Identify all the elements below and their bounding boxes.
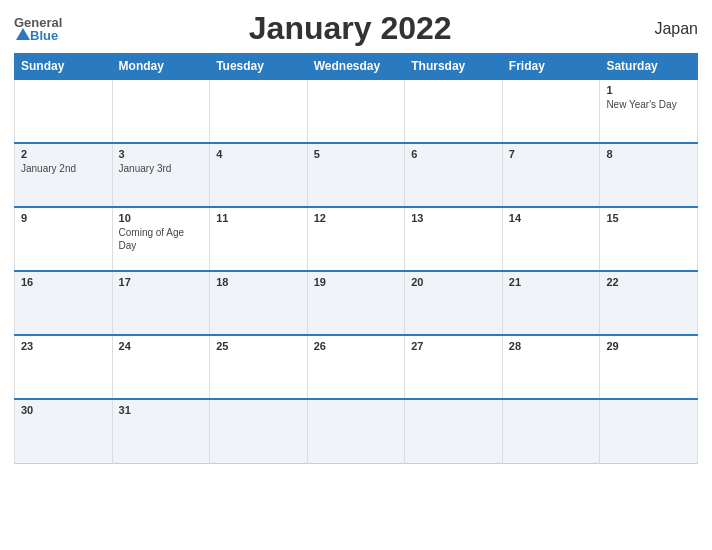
day-number: 30 xyxy=(21,404,106,416)
event-label: January 3rd xyxy=(119,162,204,175)
country-label: Japan xyxy=(638,20,698,38)
day-number: 11 xyxy=(216,212,301,224)
calendar-cell: 21 xyxy=(502,271,600,335)
page-header: General Blue January 2022 Japan xyxy=(14,10,698,47)
calendar-page: General Blue January 2022 Japan Sunday M… xyxy=(0,0,712,550)
logo-triangle-icon xyxy=(16,28,30,40)
day-number: 4 xyxy=(216,148,301,160)
col-sunday: Sunday xyxy=(15,54,113,80)
calendar-cell xyxy=(210,399,308,463)
day-number: 12 xyxy=(314,212,399,224)
calendar-week-row: 16171819202122 xyxy=(15,271,698,335)
day-number: 17 xyxy=(119,276,204,288)
calendar-cell xyxy=(405,399,503,463)
day-number: 15 xyxy=(606,212,691,224)
day-number: 25 xyxy=(216,340,301,352)
day-number: 1 xyxy=(606,84,691,96)
calendar-cell xyxy=(15,79,113,143)
day-number: 7 xyxy=(509,148,594,160)
day-number: 10 xyxy=(119,212,204,224)
calendar-cell xyxy=(307,79,405,143)
day-number: 22 xyxy=(606,276,691,288)
calendar-cell: 19 xyxy=(307,271,405,335)
day-number: 20 xyxy=(411,276,496,288)
day-number: 2 xyxy=(21,148,106,160)
calendar-cell: 23 xyxy=(15,335,113,399)
calendar-cell: 24 xyxy=(112,335,210,399)
calendar-week-row: 3031 xyxy=(15,399,698,463)
col-saturday: Saturday xyxy=(600,54,698,80)
calendar-cell: 13 xyxy=(405,207,503,271)
calendar-cell: 2January 2nd xyxy=(15,143,113,207)
calendar-cell xyxy=(502,79,600,143)
day-number: 19 xyxy=(314,276,399,288)
calendar-week-row: 910Coming of Age Day1112131415 xyxy=(15,207,698,271)
day-number: 9 xyxy=(21,212,106,224)
calendar-cell: 26 xyxy=(307,335,405,399)
calendar-cell: 15 xyxy=(600,207,698,271)
event-label: January 2nd xyxy=(21,162,106,175)
calendar-cell: 16 xyxy=(15,271,113,335)
calendar-week-row: 2January 2nd3January 3rd45678 xyxy=(15,143,698,207)
col-monday: Monday xyxy=(112,54,210,80)
calendar-cell: 4 xyxy=(210,143,308,207)
calendar-cell xyxy=(307,399,405,463)
col-thursday: Thursday xyxy=(405,54,503,80)
col-wednesday: Wednesday xyxy=(307,54,405,80)
col-tuesday: Tuesday xyxy=(210,54,308,80)
day-number: 5 xyxy=(314,148,399,160)
calendar-cell: 28 xyxy=(502,335,600,399)
calendar-cell xyxy=(502,399,600,463)
calendar-cell: 8 xyxy=(600,143,698,207)
calendar-cell: 20 xyxy=(405,271,503,335)
day-number: 14 xyxy=(509,212,594,224)
calendar-cell: 6 xyxy=(405,143,503,207)
calendar-cell: 29 xyxy=(600,335,698,399)
calendar-cell: 7 xyxy=(502,143,600,207)
calendar-cell: 5 xyxy=(307,143,405,207)
calendar-table: Sunday Monday Tuesday Wednesday Thursday… xyxy=(14,53,698,464)
logo: General Blue xyxy=(14,16,62,42)
day-number: 16 xyxy=(21,276,106,288)
page-title: January 2022 xyxy=(62,10,638,47)
day-number: 23 xyxy=(21,340,106,352)
logo-general-text: General xyxy=(14,16,62,29)
day-number: 21 xyxy=(509,276,594,288)
calendar-cell: 27 xyxy=(405,335,503,399)
calendar-cell: 22 xyxy=(600,271,698,335)
calendar-cell xyxy=(112,79,210,143)
event-label: Coming of Age Day xyxy=(119,226,204,252)
calendar-cell xyxy=(405,79,503,143)
day-number: 8 xyxy=(606,148,691,160)
day-number: 29 xyxy=(606,340,691,352)
day-number: 3 xyxy=(119,148,204,160)
calendar-cell: 25 xyxy=(210,335,308,399)
calendar-cell: 1New Year's Day xyxy=(600,79,698,143)
calendar-week-row: 1New Year's Day xyxy=(15,79,698,143)
calendar-cell: 9 xyxy=(15,207,113,271)
calendar-cell: 12 xyxy=(307,207,405,271)
day-number: 31 xyxy=(119,404,204,416)
calendar-cell: 18 xyxy=(210,271,308,335)
calendar-header-row: Sunday Monday Tuesday Wednesday Thursday… xyxy=(15,54,698,80)
calendar-cell: 10Coming of Age Day xyxy=(112,207,210,271)
calendar-week-row: 23242526272829 xyxy=(15,335,698,399)
day-number: 27 xyxy=(411,340,496,352)
event-label: New Year's Day xyxy=(606,98,691,111)
day-number: 13 xyxy=(411,212,496,224)
calendar-cell: 31 xyxy=(112,399,210,463)
calendar-cell xyxy=(210,79,308,143)
calendar-cell: 14 xyxy=(502,207,600,271)
col-friday: Friday xyxy=(502,54,600,80)
calendar-cell: 30 xyxy=(15,399,113,463)
day-number: 24 xyxy=(119,340,204,352)
day-number: 18 xyxy=(216,276,301,288)
calendar-cell: 3January 3rd xyxy=(112,143,210,207)
day-number: 26 xyxy=(314,340,399,352)
calendar-cell xyxy=(600,399,698,463)
day-number: 28 xyxy=(509,340,594,352)
calendar-cell: 17 xyxy=(112,271,210,335)
calendar-cell: 11 xyxy=(210,207,308,271)
logo-blue-text: Blue xyxy=(30,29,58,42)
day-number: 6 xyxy=(411,148,496,160)
